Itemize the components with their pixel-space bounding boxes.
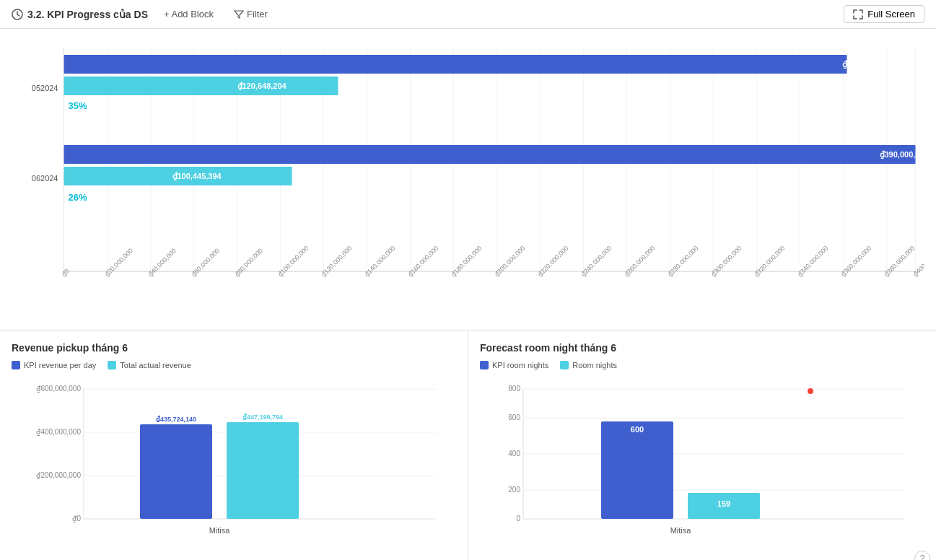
revenue-pickup-panel: Revenue pickup tháng 6 KPI revenue per d…	[0, 331, 468, 560]
help-icon[interactable]: ?	[914, 551, 930, 560]
legend-actual-revenue: Total actual revenue	[108, 361, 191, 369]
svg-text:₫435,724,140: ₫435,724,140	[156, 415, 196, 423]
legend-kpi-revenue-dot	[12, 361, 20, 369]
legend-kpi-roomnight-label: KPI room nights	[492, 361, 548, 369]
svg-rect-22	[64, 55, 847, 74]
legend-actual-roomnight-label: Room nights	[572, 361, 617, 369]
svg-text:₫0: ₫0	[72, 515, 81, 522]
svg-text:₫320,000,000: ₫320,000,000	[753, 245, 787, 279]
svg-text:₫100,445,394: ₫100,445,394	[172, 172, 222, 180]
svg-text:₫390,000,000: ₫390,000,000	[880, 150, 925, 159]
revenue-chart-legend: KPI revenue per day Total actual revenue	[12, 361, 456, 369]
svg-text:Mitisa: Mitisa	[670, 526, 692, 535]
svg-text:₫100,000,000: ₫100,000,000	[276, 245, 310, 279]
kpi-progress-chart: ₫344,100,000 ₫120,648,204 052024 35% ₫39…	[12, 40, 924, 322]
legend-kpi-revenue: KPI revenue per day	[12, 361, 96, 369]
svg-text:₫40,000,000: ₫40,000,000	[146, 247, 178, 278]
svg-text:₫120,648,204: ₫120,648,204	[237, 82, 287, 90]
svg-rect-65	[140, 424, 212, 519]
svg-text:0: 0	[516, 515, 520, 522]
svg-text:₫80,000,000: ₫80,000,000	[233, 247, 264, 278]
svg-text:₫180,000,000: ₫180,000,000	[450, 245, 484, 279]
revenue-chart-title: Revenue pickup tháng 6	[12, 342, 456, 354]
page-title: 3.2. KPI Progress của DS	[12, 9, 148, 20]
svg-text:₫400,000,000: ₫400,000,000	[36, 428, 81, 436]
legend-actual-roomnight: Room nights	[560, 361, 617, 369]
legend-kpi-roomnight-dot	[480, 361, 489, 369]
bottom-charts: Revenue pickup tháng 6 KPI revenue per d…	[0, 331, 936, 560]
svg-text:₫260,000,000: ₫260,000,000	[623, 245, 657, 279]
fullscreen-button[interactable]: Full Screen	[844, 5, 924, 23]
page-header: 3.2. KPI Progress của DS + Add Block Fil…	[0, 0, 936, 29]
roomnight-forecast-panel: Forecast room night tháng 6 KPI room nig…	[468, 331, 936, 560]
svg-text:₫280,000,000: ₫280,000,000	[666, 245, 700, 279]
svg-text:400: 400	[508, 450, 520, 458]
svg-text:₫0: ₫0	[60, 268, 71, 279]
svg-text:₫600,000,000: ₫600,000,000	[36, 385, 81, 393]
legend-actual-revenue-dot	[108, 361, 116, 369]
svg-text:₫360,000,000: ₫360,000,000	[839, 245, 873, 279]
fullscreen-icon	[853, 9, 863, 19]
svg-text:₫200,000,000: ₫200,000,000	[493, 245, 527, 279]
svg-text:₫200,000,000: ₫200,000,000	[36, 471, 81, 479]
svg-text:₫220,000,000: ₫220,000,000	[536, 245, 570, 279]
svg-text:052024: 052024	[32, 84, 58, 92]
svg-text:₫300,000,000: ₫300,000,000	[709, 245, 743, 279]
svg-text:062024: 062024	[32, 174, 58, 183]
legend-kpi-revenue-label: KPI revenue per day	[24, 361, 96, 369]
legend-actual-roomnight-dot	[560, 361, 569, 369]
svg-text:₫447,199,794: ₫447,199,794	[242, 413, 283, 421]
svg-rect-82	[601, 421, 673, 519]
svg-text:₫20,000,000: ₫20,000,000	[103, 247, 134, 278]
legend-kpi-roomnight: KPI room nights	[480, 361, 548, 369]
top-chart-container: ₫344,100,000 ₫120,648,204 052024 35% ₫39…	[0, 29, 936, 331]
roomnight-chart-title: Forecast room night tháng 6	[480, 342, 924, 354]
svg-text:600: 600	[508, 414, 520, 421]
clock-icon	[12, 9, 23, 20]
svg-text:₫160,000,000: ₫160,000,000	[406, 245, 440, 279]
svg-rect-67	[227, 422, 299, 519]
svg-text:35%: 35%	[69, 100, 87, 111]
svg-text:159: 159	[717, 499, 730, 508]
svg-text:800: 800	[508, 385, 520, 393]
svg-rect-24	[64, 76, 338, 95]
svg-text:600: 600	[631, 425, 644, 434]
svg-rect-28	[64, 145, 916, 164]
roomnight-chart-legend: KPI room nights Room nights	[480, 361, 924, 369]
svg-text:26%: 26%	[69, 192, 87, 203]
header-actions: + Add Block Filter	[159, 7, 272, 21]
revenue-pickup-chart: ₫600,000,000 ₫400,000,000 ₫200,000,000 ₫…	[12, 378, 456, 559]
roomnight-forecast-chart: 800 600 400 200 0 600 159 Mitisa	[480, 378, 924, 559]
svg-text:200: 200	[508, 486, 520, 494]
filter-button[interactable]: Filter	[229, 7, 272, 21]
svg-text:₫344,100,000: ₫344,100,000	[842, 60, 891, 69]
svg-text:₫240,000,000: ₫240,000,000	[579, 245, 613, 279]
filter-icon	[234, 9, 244, 19]
svg-text:₫140,000,000: ₫140,000,000	[363, 245, 397, 279]
svg-point-81	[808, 388, 813, 394]
header-left: 3.2. KPI Progress của DS + Add Block Fil…	[12, 7, 844, 21]
svg-text:Mitisa: Mitisa	[209, 526, 231, 535]
svg-text:₫60,000,000: ₫60,000,000	[190, 247, 221, 278]
svg-text:₫120,000,000: ₫120,000,000	[320, 245, 354, 279]
add-block-button[interactable]: + Add Block	[159, 7, 218, 21]
svg-text:₫340,000,000: ₫340,000,000	[796, 245, 830, 279]
legend-actual-revenue-label: Total actual revenue	[120, 361, 191, 369]
